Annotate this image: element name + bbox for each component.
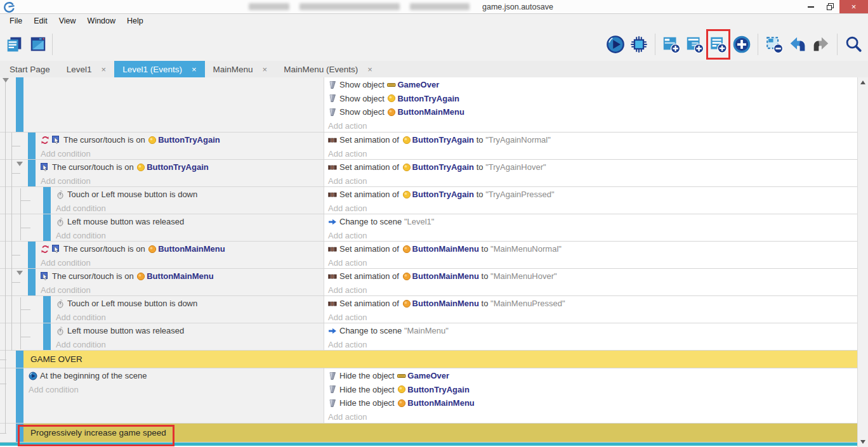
- condition-line[interactable]: Left mouse button was released: [56, 324, 324, 338]
- add-action-link[interactable]: Add action: [328, 202, 857, 216]
- scroll-down-icon[interactable]: [860, 440, 865, 444]
- add-condition-link[interactable]: Add condition: [56, 229, 324, 243]
- comment-row[interactable]: GAME OVER: [0, 351, 857, 368]
- remove-button[interactable]: [763, 30, 785, 58]
- add-action-link[interactable]: Add action: [328, 256, 857, 270]
- action-text: to: [479, 244, 490, 254]
- tab-mainmenu[interactable]: MainMenu×: [205, 61, 276, 77]
- restore-button[interactable]: [820, 0, 839, 13]
- tab-close-icon[interactable]: ×: [263, 65, 268, 74]
- tab-level1-events-[interactable]: Level1 (Events)×: [114, 61, 204, 77]
- action-line[interactable]: Show object ButtonMainMenu: [328, 105, 857, 119]
- condition-text: The cursor/touch is on: [52, 271, 136, 281]
- action-text: to: [474, 135, 485, 145]
- action-line[interactable]: Set animation of ButtonTryAgain to "TryA…: [328, 188, 857, 202]
- add-action-link[interactable]: Add action: [328, 338, 857, 352]
- add-condition-link[interactable]: Add condition: [56, 338, 324, 352]
- menu-edit[interactable]: Edit: [28, 16, 53, 25]
- vertical-scrollbar[interactable]: [857, 77, 868, 447]
- event-row[interactable]: The cursor/touch is on ButtonMainMenuAdd…: [0, 242, 857, 269]
- add-action-link[interactable]: Add action: [328, 283, 857, 297]
- close-button[interactable]: ×: [839, 0, 868, 13]
- event-row[interactable]: Touch or Left mouse button is downAdd co…: [0, 187, 857, 214]
- tab-close-icon[interactable]: ×: [367, 65, 372, 74]
- redo-button[interactable]: [810, 30, 832, 58]
- scroll-up-icon[interactable]: [860, 81, 865, 84]
- action-line[interactable]: Show object GameOver: [328, 78, 857, 92]
- add-condition-link[interactable]: Add condition: [29, 383, 324, 397]
- action-line[interactable]: Change to scene "Level1": [328, 215, 857, 229]
- add-condition-link[interactable]: Add condition: [56, 202, 324, 216]
- add-condition-link[interactable]: Add condition: [56, 311, 324, 325]
- menu-file[interactable]: File: [4, 16, 28, 25]
- undo-button[interactable]: [787, 30, 808, 58]
- add-comment-button[interactable]: [707, 30, 729, 58]
- add-button[interactable]: [731, 30, 753, 58]
- condition-line[interactable]: Touch or Left mouse button is down: [56, 188, 324, 202]
- tab-close-icon[interactable]: ×: [102, 65, 107, 74]
- condition-line[interactable]: Left mouse button was released: [56, 215, 324, 229]
- event-color-bar: [43, 214, 51, 241]
- menu-view[interactable]: View: [53, 16, 82, 25]
- event-indent: [0, 77, 16, 132]
- projects-button[interactable]: [4, 30, 25, 58]
- condition-line[interactable]: The cursor/touch is on ButtonMainMenu: [41, 269, 324, 283]
- action-line[interactable]: Show object ButtonTryAgain: [328, 92, 857, 106]
- comment-text[interactable]: Progressively increase game speed: [23, 424, 857, 442]
- action-line[interactable]: Set animation of ButtonMainMenu to "Main…: [328, 297, 857, 311]
- comment-row[interactable]: Progressively increase game speed: [0, 424, 857, 443]
- expander-icon[interactable]: [16, 271, 23, 275]
- action-line[interactable]: Change to scene "MainMenu": [328, 324, 857, 338]
- add-action-link[interactable]: Add action: [328, 229, 857, 243]
- tab-close-icon[interactable]: ×: [192, 65, 197, 74]
- add-subevent-button[interactable]: [684, 30, 706, 58]
- tree-line: [20, 188, 21, 240]
- action-line[interactable]: Set animation of ButtonMainMenu to "Main…: [328, 269, 857, 283]
- tab-start-page[interactable]: Start Page: [1, 61, 58, 77]
- menu-help[interactable]: Help: [121, 16, 149, 25]
- action-line[interactable]: Hide the object GameOver: [328, 369, 857, 383]
- add-action-link[interactable]: Add action: [328, 311, 857, 325]
- event-row[interactable]: At the beginning of the sceneAdd conditi…: [0, 368, 857, 424]
- tab-mainmenu-events-[interactable]: MainMenu (Events)×: [275, 61, 381, 77]
- play-icon: [606, 35, 625, 54]
- play-button[interactable]: [605, 30, 626, 58]
- add-action-link[interactable]: Add action: [328, 119, 857, 133]
- event-row[interactable]: Touch or Left mouse button is downAdd co…: [0, 296, 857, 323]
- event-row[interactable]: Show object GameOverShow object ButtonTr…: [0, 77, 857, 133]
- action-line[interactable]: Hide the object ButtonMainMenu: [328, 396, 857, 410]
- action-line[interactable]: Hide the object ButtonTryAgain: [328, 383, 857, 397]
- debug-button[interactable]: [628, 30, 650, 58]
- add-event-button[interactable]: [661, 30, 682, 58]
- visibility-icon: [328, 108, 337, 117]
- menu-window[interactable]: Window: [82, 16, 121, 25]
- add-action-link[interactable]: Add action: [328, 410, 857, 424]
- minimize-button[interactable]: [801, 0, 820, 13]
- expander-icon[interactable]: [3, 78, 9, 82]
- event-row[interactable]: The cursor/touch is on ButtonTryAgainAdd…: [0, 133, 857, 160]
- search-button[interactable]: [843, 30, 864, 58]
- tab-level1[interactable]: Level1×: [58, 61, 114, 77]
- event-row[interactable]: The cursor/touch is on ButtonMainMenuAdd…: [0, 269, 857, 296]
- add-condition-link[interactable]: Add condition: [41, 174, 324, 188]
- add-condition-link[interactable]: Add condition: [41, 283, 324, 297]
- condition-line[interactable]: Touch or Left mouse button is down: [56, 297, 324, 311]
- add-action-link[interactable]: Add action: [328, 174, 857, 188]
- add-action-link[interactable]: Add action: [328, 147, 857, 161]
- action-line[interactable]: Set animation of ButtonMainMenu to "Main…: [328, 242, 857, 256]
- event-row[interactable]: Left mouse button was releasedAdd condit…: [0, 214, 857, 242]
- action-line[interactable]: Set animation of ButtonTryAgain to "TryA…: [328, 133, 857, 147]
- scene-editor-button[interactable]: [27, 30, 49, 58]
- event-row[interactable]: The cursor/touch is on ButtonTryAgainAdd…: [0, 160, 857, 187]
- condition-line[interactable]: At the beginning of the scene: [29, 369, 324, 383]
- add-condition-link[interactable]: Add condition: [41, 256, 324, 270]
- action-line[interactable]: Set animation of ButtonTryAgain to "TryA…: [328, 160, 857, 174]
- expander-icon[interactable]: [16, 162, 23, 166]
- event-row[interactable]: Left mouse button was releasedAdd condit…: [0, 323, 857, 351]
- comment-text[interactable]: GAME OVER: [23, 351, 857, 368]
- condition-line[interactable]: The cursor/touch is on ButtonTryAgain: [41, 160, 324, 174]
- add-condition-link[interactable]: Add condition: [41, 147, 324, 161]
- obj-orange-icon: [402, 299, 411, 308]
- condition-line[interactable]: The cursor/touch is on ButtonMainMenu: [41, 242, 324, 256]
- condition-line[interactable]: The cursor/touch is on ButtonTryAgain: [41, 133, 324, 147]
